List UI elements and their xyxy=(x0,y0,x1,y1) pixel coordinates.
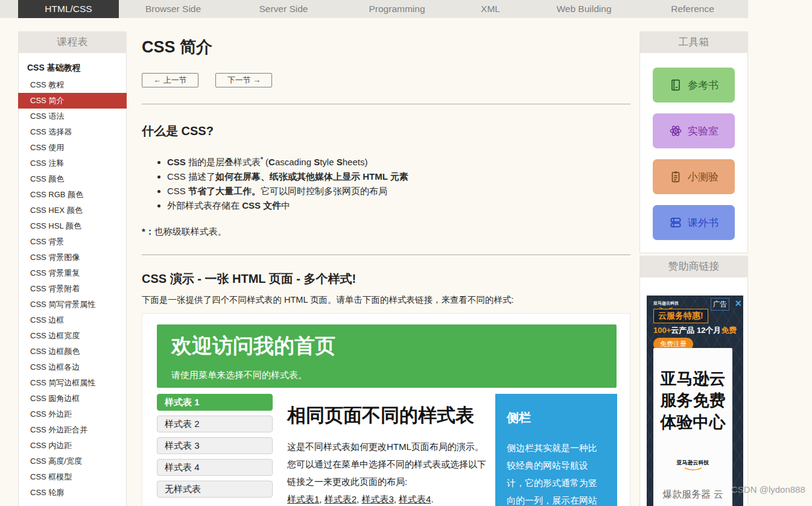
sidebar-item[interactable]: CSS 教程 xyxy=(19,77,126,93)
nav-item-xml[interactable]: XML xyxy=(454,0,527,18)
list-item: CSS 指的是层叠样式表* (Cascading Style Sheets) xyxy=(167,153,630,169)
nav-spacer xyxy=(0,0,18,18)
demo-stylesheet-menu: 样式表 1样式表 2样式表 3样式表 4无样式表 xyxy=(157,394,273,502)
demo-sidebar: 侧栏 侧边栏其实就是一种比较经典的网站导航设计，它的形式通常为竖向的一列，展示在… xyxy=(495,394,617,506)
demo-stylesheet-link[interactable]: 样式表3 xyxy=(361,494,393,504)
demo-main-content: 相同页面不同的样式表 这是不同样式表如何更改HTML页面布局的演示。您可以通过在… xyxy=(287,404,491,506)
separator: , xyxy=(394,494,399,504)
sidebar-item[interactable]: CSS 注释 xyxy=(19,156,126,171)
sidebar-item[interactable]: CSS 背景重复 xyxy=(19,265,126,281)
ad-card-line: 服务免费 xyxy=(653,390,732,411)
clipboard-icon xyxy=(669,170,682,183)
lab-button[interactable]: 实验室 xyxy=(653,113,735,148)
nav-item-web-building[interactable]: Web Building xyxy=(527,0,641,18)
separator: , xyxy=(319,494,324,504)
demo-stylesheet-menu-item[interactable]: 样式表 2 xyxy=(157,416,273,432)
sidebar-item[interactable]: CSS 背景 xyxy=(19,234,126,250)
ad-card-headline: 亚马逊云 服务免费 体验中心 xyxy=(653,348,732,433)
quiz-button[interactable]: 小测验 xyxy=(653,159,735,194)
next-section-button[interactable]: 下一节 → xyxy=(215,73,272,87)
toolbox-button-label: 参考书 xyxy=(688,78,718,92)
demo-stylesheet-menu-item[interactable]: 样式表 4 xyxy=(157,459,273,476)
demo-stylesheet-menu-item[interactable]: 样式表 1 xyxy=(157,394,273,411)
demo-banner-subtitle: 请使用菜单来选择不同的样式表。 xyxy=(157,360,617,381)
ad-label: 广告 xyxy=(711,298,729,311)
nav-item-server-side[interactable]: Server Side xyxy=(227,0,340,18)
sidebar-item[interactable]: CSS RGB 颜色 xyxy=(19,187,126,203)
sidebar-item[interactable]: CSS 高度/宽度 xyxy=(19,454,126,469)
text: 它可以同时控制多张网页的布局 xyxy=(261,186,387,196)
text: 云产品 12个月 xyxy=(671,326,721,335)
prev-section-button[interactable]: ← 上一节 xyxy=(142,73,198,87)
nav-item-programming[interactable]: Programming xyxy=(340,0,454,18)
text: 指的是层叠样式表 xyxy=(186,157,261,167)
sidebar-item[interactable]: CSS HEX 颜色 xyxy=(19,203,126,218)
sidebar-item[interactable]: CSS 外边距合并 xyxy=(19,422,126,438)
sidebar-item[interactable]: CSS 框模型 xyxy=(19,469,126,485)
nav-item-browser-side[interactable]: Browser Side xyxy=(119,0,227,18)
separator: . xyxy=(431,494,433,504)
what-is-css-heading: 什么是 CSS? xyxy=(142,123,630,139)
ad-card-footer-text: 爆款服务器 云 xyxy=(653,489,732,501)
sidebar-item[interactable]: CSS 边框颜色 xyxy=(19,344,126,359)
toolbox-button-label: 小测验 xyxy=(688,170,718,184)
demo-stylesheet-menu-item[interactable]: 样式表 3 xyxy=(157,437,273,454)
ad-card-line: 亚马逊云 xyxy=(653,368,732,390)
sidebar-item[interactable]: CSS 边框各边 xyxy=(19,359,126,375)
nav-item-html-css[interactable]: HTML/CSS xyxy=(18,0,119,18)
demo-stylesheet-menu-item[interactable]: 无样式表 xyxy=(157,481,273,498)
sidebar-section-title: CSS 基础教程 xyxy=(19,63,126,77)
css-demo-frame: 欢迎访问我的首页 请使用菜单来选择不同的样式表。 样式表 1样式表 2样式表 3… xyxy=(142,313,630,506)
sidebar-item[interactable]: CSS 语法 xyxy=(19,109,126,124)
nav-item-reference[interactable]: Reference xyxy=(641,0,744,18)
demo-stylesheet-link[interactable]: 样式表4 xyxy=(399,494,431,504)
page: HTML/CSS Browser Side Server Side Progra… xyxy=(0,0,812,506)
sidebar-item[interactable]: CSS 内边距 xyxy=(19,438,126,454)
list-item: 外部样式表存储在 CSS 文件中 xyxy=(167,198,630,213)
text: tyle xyxy=(320,157,337,167)
demo-stylesheet-links: 样式表1, 样式表2, 样式表3, 样式表4. xyxy=(287,490,491,506)
toolbox-column: 工具箱 参考书 xyxy=(639,31,748,506)
demo-content-text: 这是不同样式表如何更改HTML页面布局的演示。您可以通过在菜单中选择不同的样式表… xyxy=(287,438,491,490)
text: 中 xyxy=(281,200,290,210)
main-content: CSS 简介 ← 上一节 下一节 → 什么是 CSS? CSS 指的是层叠样式表… xyxy=(142,31,630,506)
highlight-text: 100+ xyxy=(653,326,671,335)
sidebar-item[interactable]: CSS 背景图像 xyxy=(19,250,126,265)
text: ascading xyxy=(275,157,314,167)
page-title: CSS 简介 xyxy=(142,37,630,57)
sponsor-panel: 亚马逊云科技 广告 × 云服务特惠! 100+云产品 12个月免费 免费注册 亚… xyxy=(639,277,748,506)
amazon-cloud-ad[interactable]: 亚马逊云科技 广告 × 云服务特惠! 100+云产品 12个月免费 免费注册 亚… xyxy=(647,296,743,506)
divider xyxy=(142,255,630,255)
sidebar-item[interactable]: CSS HSL 颜色 xyxy=(19,218,126,234)
sidebar-item[interactable]: CSS 简写边框属性 xyxy=(19,375,126,391)
sidebar-item[interactable]: CSS 圆角边框 xyxy=(19,391,126,406)
extra-books-button[interactable]: 课外书 xyxy=(653,205,735,240)
demo-stylesheet-link[interactable]: 样式表2 xyxy=(325,494,357,504)
sidebar-item[interactable]: CSS 背景附着 xyxy=(19,281,126,297)
sidebar-item[interactable]: CSS 颜色 xyxy=(19,171,126,187)
sidebar-item[interactable]: CSS 使用 xyxy=(19,140,126,156)
bold-text: CSS xyxy=(167,157,186,167)
reference-book-button[interactable]: 参考书 xyxy=(653,68,735,103)
sidebar-item[interactable]: CSS 边框宽度 xyxy=(19,328,126,344)
demo-stylesheet-link[interactable]: 样式表1 xyxy=(287,494,319,504)
sidebar-item[interactable]: CSS 边框 xyxy=(19,312,126,328)
sidebar-item[interactable]: CSS 外边距 xyxy=(19,406,126,422)
sidebar-item[interactable]: CSS 简写背景属性 xyxy=(19,297,126,312)
sidebar-item[interactable]: CSS 简介 xyxy=(18,93,127,109)
footnote: *：也称级联样式表。 xyxy=(142,226,630,238)
pager: ← 上一节 下一节 → xyxy=(142,73,630,87)
bold-text: S xyxy=(314,157,320,167)
text: 外部样式表存储在 xyxy=(167,200,242,210)
book-icon xyxy=(669,78,682,92)
toolbox-header: 工具箱 xyxy=(639,31,748,53)
demo-banner: 欢迎访问我的首页 请使用菜单来选择不同的样式表。 xyxy=(157,324,617,388)
sidebar-item[interactable]: CSS 轮廓 xyxy=(19,485,126,501)
bold-text: S xyxy=(337,157,343,167)
ad-promo-line: 100+云产品 12个月免费 xyxy=(653,325,737,336)
toolbox-button-label: 实验室 xyxy=(688,124,718,138)
ad-close-icon[interactable]: × xyxy=(735,297,741,310)
list-item: CSS 节省了大量工作。它可以同时控制多张网页的布局 xyxy=(167,184,630,198)
text: heets) xyxy=(343,157,368,167)
sidebar-item[interactable]: CSS 选择器 xyxy=(19,124,126,140)
